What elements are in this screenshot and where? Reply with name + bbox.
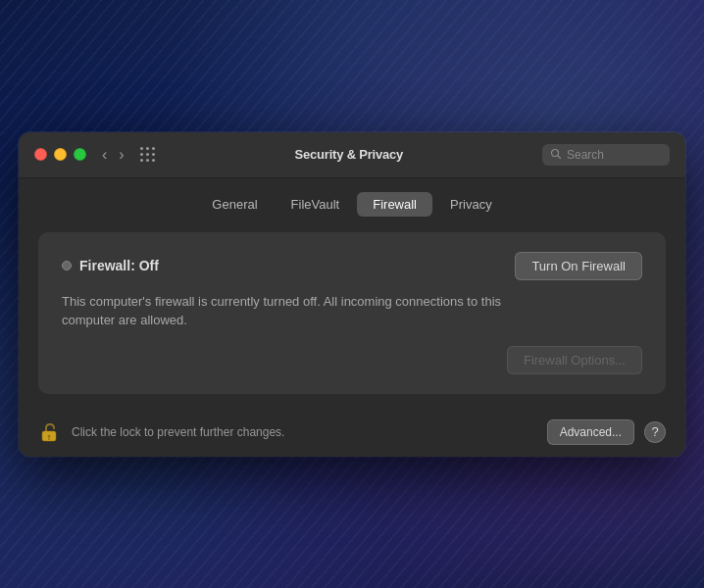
svg-line-1 bbox=[558, 155, 561, 158]
back-button[interactable]: ‹ bbox=[98, 145, 111, 165]
titlebar: ‹ › Security & Privacy bbox=[19, 132, 685, 178]
tab-bar: General FileVault Firewall Privacy bbox=[19, 178, 685, 224]
tab-privacy[interactable]: Privacy bbox=[434, 192, 508, 217]
nav-buttons: ‹ › bbox=[98, 145, 128, 165]
traffic-lights bbox=[34, 148, 86, 161]
tab-filevault[interactable]: FileVault bbox=[276, 192, 356, 217]
tab-general[interactable]: General bbox=[196, 192, 273, 217]
lock-button[interactable] bbox=[38, 420, 62, 444]
forward-button[interactable]: › bbox=[115, 145, 127, 165]
firewall-panel: Firewall: Off Turn On Firewall This comp… bbox=[38, 232, 666, 394]
minimize-button[interactable] bbox=[54, 148, 67, 161]
tab-firewall[interactable]: Firewall bbox=[357, 192, 432, 217]
search-icon bbox=[550, 148, 562, 162]
preferences-window: ‹ › Security & Privacy bbox=[19, 132, 685, 457]
content-area: Firewall: Off Turn On Firewall This comp… bbox=[19, 224, 685, 410]
firewall-status-label: Firewall: Off bbox=[79, 258, 159, 273]
turn-on-firewall-button[interactable]: Turn On Firewall bbox=[515, 252, 642, 280]
zoom-button[interactable] bbox=[74, 148, 86, 161]
help-button[interactable]: ? bbox=[644, 421, 666, 443]
close-button[interactable] bbox=[34, 148, 47, 161]
search-box[interactable]: Search bbox=[542, 144, 670, 166]
svg-point-3 bbox=[48, 434, 51, 437]
lock-icon bbox=[38, 420, 62, 444]
search-placeholder: Search bbox=[567, 148, 604, 162]
app-grid-button[interactable] bbox=[140, 147, 156, 163]
firewall-description: This computer's firewall is currently tu… bbox=[62, 292, 552, 330]
lock-help-text: Click the lock to prevent further change… bbox=[72, 425, 537, 439]
advanced-button[interactable]: Advanced... bbox=[547, 419, 634, 445]
status-indicator bbox=[62, 261, 72, 270]
window-title: Security & Privacy bbox=[168, 147, 530, 162]
firewall-header: Firewall: Off Turn On Firewall bbox=[62, 252, 642, 280]
firewall-status: Firewall: Off bbox=[62, 258, 159, 273]
bottom-bar: Click the lock to prevent further change… bbox=[19, 410, 685, 457]
grid-icon bbox=[140, 147, 156, 163]
firewall-options-row: Firewall Options... bbox=[62, 346, 642, 374]
firewall-options-button: Firewall Options... bbox=[507, 346, 642, 374]
